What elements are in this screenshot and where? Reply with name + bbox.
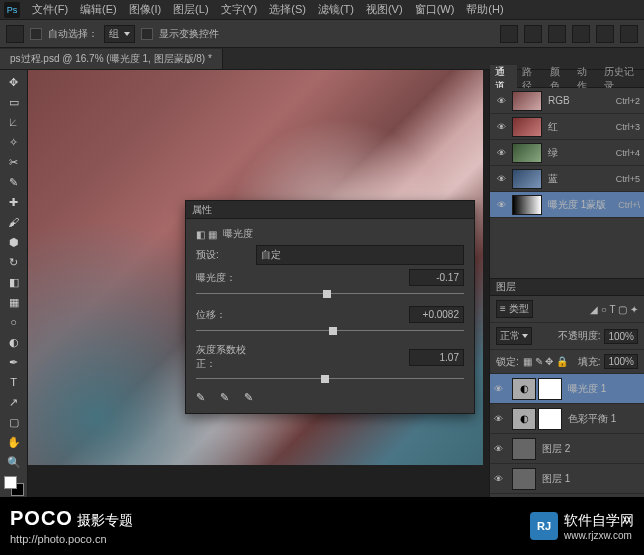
dodge-tool-icon[interactable]: ◐ [3,333,25,351]
visibility-icon[interactable]: 👁 [494,414,508,424]
brush-tool-icon[interactable]: 🖌 [3,213,25,231]
channel-row[interactable]: 👁RGBCtrl+2 [490,88,644,114]
layer-filter-dropdown[interactable]: ≡ 类型 [496,300,533,318]
path-tool-icon[interactable]: ↗ [3,393,25,411]
slider-handle[interactable] [321,375,329,383]
lock-label: 锁定: [496,355,519,369]
channel-shortcut: Ctrl+4 [616,148,640,158]
eyedropper-black-icon[interactable]: ✎ [196,391,210,405]
stamp-tool-icon[interactable]: ⬢ [3,233,25,251]
auto-select-checkbox[interactable] [30,28,42,40]
menu-view[interactable]: 视图(V) [360,2,409,17]
adjustment-thumb: ◐ [512,408,536,430]
show-transform-checkbox[interactable] [141,28,153,40]
align-icon[interactable] [548,25,566,43]
gradient-tool-icon[interactable]: ▦ [3,293,25,311]
slider-handle[interactable] [323,290,331,298]
menu-image[interactable]: 图像(I) [123,2,167,17]
channel-row[interactable]: 👁绿Ctrl+4 [490,140,644,166]
fill-field[interactable]: 100% [604,354,638,369]
slider-value[interactable]: -0.17 [409,269,464,286]
visibility-icon[interactable]: 👁 [494,173,508,185]
visibility-icon[interactable]: 👁 [494,444,508,454]
marquee-tool-icon[interactable]: ▭ [3,93,25,111]
shape-tool-icon[interactable]: ▢ [3,413,25,431]
menu-help[interactable]: 帮助(H) [460,2,509,17]
blend-mode-dropdown[interactable]: 正常 [496,327,532,345]
align-icon[interactable] [620,25,638,43]
opacity-field[interactable]: 100% [604,329,638,344]
menu-select[interactable]: 选择(S) [263,2,312,17]
zoom-tool-icon[interactable]: 🔍 [3,453,25,471]
menu-type[interactable]: 文字(Y) [215,2,264,17]
heal-tool-icon[interactable]: ✚ [3,193,25,211]
blur-tool-icon[interactable]: ○ [3,313,25,331]
slider-track[interactable] [196,375,464,381]
show-transform-label: 显示变换控件 [159,27,219,41]
layers-panel-header: 图层 [490,278,644,296]
eraser-tool-icon[interactable]: ◧ [3,273,25,291]
align-icon[interactable] [500,25,518,43]
channel-thumb [512,195,542,215]
channel-name: 曝光度 1蒙版 [548,198,618,212]
visibility-icon[interactable]: 👁 [494,474,508,484]
move-tool-icon[interactable] [6,25,24,43]
layer-row[interactable]: 👁图层 1 [490,464,644,494]
wand-tool-icon[interactable]: ✧ [3,133,25,151]
menu-layer[interactable]: 图层(L) [167,2,214,17]
channel-name: 绿 [548,146,616,160]
adjustment-thumb: ◐ [512,378,536,400]
opacity-label: 不透明度: [558,329,601,343]
visibility-icon[interactable]: 👁 [494,95,508,107]
channel-row[interactable]: 👁蓝Ctrl+5 [490,166,644,192]
layers-blend-bar: 正常 不透明度: 100% [490,323,644,350]
visibility-icon[interactable]: 👁 [494,199,508,211]
layer-row[interactable]: 👁◐曝光度 1 [490,374,644,404]
fg-color-swatch[interactable] [4,476,17,489]
hand-tool-icon[interactable]: ✋ [3,433,25,451]
menu-filter[interactable]: 滤镜(T) [312,2,360,17]
move-tool-icon[interactable]: ✥ [3,73,25,91]
lasso-tool-icon[interactable]: ⟀ [3,113,25,131]
slider-value[interactable]: 1.07 [409,349,464,366]
layers-lock-bar: 锁定: ▦ ✎ ✥ 🔒 填充: 100% [490,350,644,374]
slider-track[interactable] [196,327,464,333]
menu-edit[interactable]: 编辑(E) [74,2,123,17]
channel-row[interactable]: 👁曝光度 1蒙版Ctrl+\ [490,192,644,218]
visibility-icon[interactable]: 👁 [494,121,508,133]
channel-name: RGB [548,95,616,106]
align-icon[interactable] [572,25,590,43]
auto-select-dropdown[interactable]: 组 [104,25,135,43]
slider-handle[interactable] [329,327,337,335]
eyedropper-gray-icon[interactable]: ✎ [220,391,234,405]
channel-row[interactable]: 👁红Ctrl+3 [490,114,644,140]
align-icon[interactable] [524,25,542,43]
color-swatches[interactable] [4,476,24,496]
layer-thumb [512,468,536,490]
align-icon[interactable] [596,25,614,43]
channel-thumb [512,143,542,163]
preset-label: 预设: [196,248,256,262]
type-tool-icon[interactable]: T [3,373,25,391]
crop-tool-icon[interactable]: ✂ [3,153,25,171]
eyedropper-white-icon[interactable]: ✎ [244,391,258,405]
preset-dropdown[interactable]: 自定 [256,245,464,265]
layer-thumb [512,438,536,460]
document-tab[interactable]: ps过程.psd @ 16.7% (曝光度 1, 图层蒙版/8) * [0,49,223,69]
slider-track[interactable] [196,290,464,296]
pen-tool-icon[interactable]: ✒ [3,353,25,371]
eyedropper-tool-icon[interactable]: ✎ [3,173,25,191]
layer-row[interactable]: 👁图层 2 [490,434,644,464]
slider-value[interactable]: +0.0082 [409,306,464,323]
layer-name: 色彩平衡 1 [568,412,616,426]
menu-window[interactable]: 窗口(W) [409,2,461,17]
channels-panel: 👁RGBCtrl+2👁红Ctrl+3👁绿Ctrl+4👁蓝Ctrl+5👁曝光度 1… [490,88,644,218]
properties-header[interactable]: 属性 [186,201,474,219]
layer-row[interactable]: 👁◐色彩平衡 1 [490,404,644,434]
menu-file[interactable]: 文件(F) [26,2,74,17]
visibility-icon[interactable]: 👁 [494,384,508,394]
channel-shortcut: Ctrl+5 [616,174,640,184]
visibility-icon[interactable]: 👁 [494,147,508,159]
site-brand: RJ 软件自学网 www.rjzxw.com [530,512,634,541]
history-brush-tool-icon[interactable]: ↻ [3,253,25,271]
